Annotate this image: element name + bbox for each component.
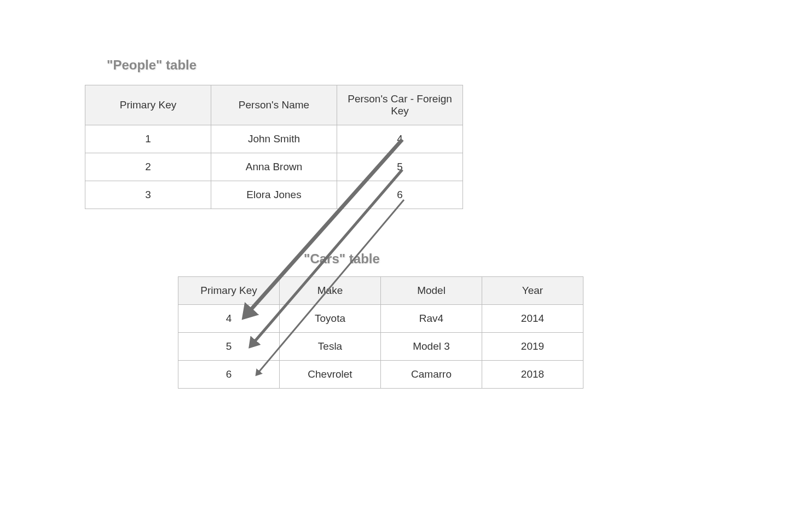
col-header-primary-key: Primary Key	[178, 277, 280, 305]
cell-make: Toyota	[280, 305, 381, 333]
table-row: 4 Toyota Rav4 2014	[178, 305, 583, 333]
cell-pk: 3	[85, 181, 211, 209]
cell-name: John Smith	[211, 125, 337, 153]
cell-fk: 5	[337, 153, 463, 181]
cell-name: Anna Brown	[211, 153, 337, 181]
table-header-row: Primary Key Person's Name Person's Car -…	[85, 85, 463, 125]
relationship-arrows	[0, 0, 798, 532]
people-table-title: "People" table	[107, 57, 196, 73]
cell-model: Camarro	[381, 361, 482, 389]
cell-fk: 6	[337, 181, 463, 209]
cell-year: 2019	[482, 333, 583, 361]
table-row: 2 Anna Brown 5	[85, 153, 463, 181]
col-header-year: Year	[482, 277, 583, 305]
cars-table: Primary Key Make Model Year 4 Toyota Rav…	[178, 276, 583, 389]
col-header-model: Model	[381, 277, 482, 305]
cell-pk: 2	[85, 153, 211, 181]
cell-make: Chevrolet	[280, 361, 381, 389]
table-row: 1 John Smith 4	[85, 125, 463, 153]
cell-year: 2018	[482, 361, 583, 389]
cell-pk: 4	[178, 305, 280, 333]
col-header-make: Make	[280, 277, 381, 305]
cell-pk: 1	[85, 125, 211, 153]
cell-name: Elora Jones	[211, 181, 337, 209]
cell-model: Model 3	[381, 333, 482, 361]
cell-year: 2014	[482, 305, 583, 333]
cell-fk: 4	[337, 125, 463, 153]
table-row: 6 Chevrolet Camarro 2018	[178, 361, 583, 389]
cell-pk: 5	[178, 333, 280, 361]
cell-model: Rav4	[381, 305, 482, 333]
col-header-foreign-key: Person's Car - Foreign Key	[337, 85, 463, 125]
cars-table-title: "Cars" table	[304, 251, 380, 267]
cell-pk: 6	[178, 361, 280, 389]
col-header-person-name: Person's Name	[211, 85, 337, 125]
cell-make: Tesla	[280, 333, 381, 361]
table-row: 3 Elora Jones 6	[85, 181, 463, 209]
table-header-row: Primary Key Make Model Year	[178, 277, 583, 305]
table-row: 5 Tesla Model 3 2019	[178, 333, 583, 361]
people-table: Primary Key Person's Name Person's Car -…	[85, 85, 463, 209]
col-header-primary-key: Primary Key	[85, 85, 211, 125]
